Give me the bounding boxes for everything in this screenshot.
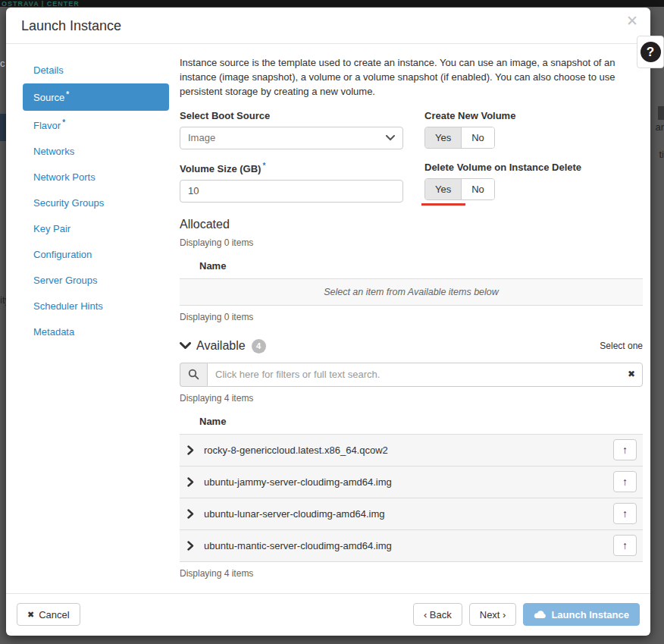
wizard-step-metadata[interactable]: Metadata [23, 319, 169, 344]
delete-volume-label: Delete Volume on Instance Delete [424, 162, 643, 173]
close-icon[interactable]: ✕ [626, 14, 638, 28]
wizard-step-configuration[interactable]: Configuration [23, 242, 169, 267]
delete-volume-toggle: Yes No [424, 178, 495, 200]
launch-instance-button[interactable]: Launch Instance [523, 603, 640, 626]
expand-chevron-icon[interactable] [187, 477, 194, 487]
volume-size-label: Volume Size (GB)* [180, 162, 403, 174]
image-name: ubuntu-lunar-server-cloudimg-amd64.img [204, 508, 384, 520]
background-fragment: ar [655, 121, 664, 133]
launch-instance-modal: Launch Instance ✕ ? Details Source* Flav… [6, 8, 650, 636]
image-name: ubuntu-mantic-server-cloudimg-amd64.img [204, 540, 392, 551]
allocated-count-top: Displaying 0 items [180, 237, 643, 248]
launch-instance-label: Launch Instance [551, 609, 629, 620]
cancel-x-icon: ✖ [27, 610, 34, 620]
available-list: rocky-8-genericcloud.latest.x86_64.qcow2… [180, 434, 643, 562]
available-count-bottom: Displaying 4 items [180, 568, 643, 579]
wizard-step-scheduler-hints[interactable]: Scheduler Hints [23, 294, 169, 319]
wizard-step-flavor[interactable]: Flavor* [23, 112, 169, 138]
wizard-step-network-ports[interactable]: Network Ports [23, 165, 169, 190]
wizard-step-networks[interactable]: Networks [23, 139, 169, 164]
wizard-step-source[interactable]: Source* [23, 83, 169, 110]
annotation-underline [421, 203, 465, 206]
allocate-up-button[interactable]: ↑ [613, 503, 637, 524]
create-volume-toggle: Yes No [424, 127, 495, 149]
required-mark: * [262, 162, 265, 170]
available-name-header: Name [180, 410, 643, 434]
boot-source-select[interactable]: Image [180, 127, 403, 149]
source-description: Instance source is the template used to … [180, 56, 643, 99]
background-top-bar: OSTRAVA | CENTER [0, 0, 664, 7]
search-button[interactable] [180, 363, 207, 387]
search-input[interactable] [207, 363, 643, 387]
collapse-chevron-icon[interactable] [180, 342, 191, 350]
image-row: rocky-8-genericcloud.latest.x86_64.qcow2… [180, 435, 643, 467]
volume-size-field: Volume Size (GB)* [180, 162, 403, 203]
chevron-down-icon [386, 135, 395, 141]
boot-source-label: Select Boot Source [180, 110, 403, 121]
background-fragment: c [0, 58, 5, 69]
allocate-up-button[interactable]: ↑ [613, 471, 637, 492]
create-volume-yes-button[interactable]: Yes [425, 127, 461, 148]
expand-chevron-icon[interactable] [187, 509, 194, 519]
background-band-left [0, 114, 6, 141]
image-row: ubuntu-jammy-server-cloudimg-amd64.img ↑ [180, 467, 643, 498]
select-one-hint: Select one [600, 341, 643, 351]
available-count-badge: 4 [252, 339, 266, 353]
image-name: ubuntu-jammy-server-cloudimg-amd64.img [204, 476, 392, 488]
expand-chevron-icon[interactable] [187, 445, 194, 455]
create-volume-no-button[interactable]: No [461, 127, 494, 148]
cancel-label: Cancel [39, 609, 69, 620]
background-fragment: OSTRAVA | CENTER [0, 0, 664, 7]
clear-search-icon[interactable]: ✖ [628, 369, 635, 379]
required-mark: * [62, 118, 65, 127]
expand-chevron-icon[interactable] [187, 541, 194, 551]
back-button[interactable]: ‹ Back [413, 603, 462, 626]
search-icon [188, 369, 199, 380]
wizard-nav: Details Source* Flavor* Networks Network… [23, 56, 169, 593]
modal-title: Launch Instance [21, 18, 635, 34]
modal-body: Details Source* Flavor* Networks Network… [6, 44, 650, 593]
delete-volume-yes-button[interactable]: Yes [425, 179, 461, 199]
available-heading: Available [196, 339, 246, 353]
cancel-button[interactable]: ✖ Cancel [17, 603, 80, 626]
available-header: Available 4 Select one [180, 339, 643, 353]
delete-volume-no-button[interactable]: No [461, 179, 494, 199]
boot-source-value: Image [188, 132, 215, 143]
next-button[interactable]: Next › [469, 603, 517, 626]
image-name: rocky-8-genericcloud.latest.x86_64.qcow2 [204, 445, 388, 456]
image-row: ubuntu-lunar-server-cloudimg-amd64.img ↑ [180, 498, 643, 530]
image-row: ubuntu-mantic-server-cloudimg-amd64.img … [180, 530, 643, 562]
background-band-right [658, 106, 664, 120]
create-volume-field: Create New Volume Yes No [424, 110, 643, 149]
allocated-empty-row: Select an item from Available items belo… [180, 278, 643, 306]
allocated-heading: Allocated [180, 218, 643, 231]
source-form: Select Boot Source Image Create New Volu… [180, 110, 643, 203]
allocate-up-button[interactable]: ↑ [613, 535, 637, 556]
source-panel: Instance source is the template used to … [180, 56, 643, 593]
background-fragment: ti [659, 149, 664, 160]
wizard-step-details[interactable]: Details [23, 56, 169, 83]
available-count-top: Displaying 4 items [180, 393, 643, 404]
wizard-step-key-pair[interactable]: Key Pair [23, 216, 169, 241]
allocated-count-bottom: Displaying 0 items [180, 312, 643, 322]
wizard-step-security-groups[interactable]: Security Groups [23, 190, 169, 215]
create-volume-label: Create New Volume [424, 110, 643, 121]
allocated-name-header: Name [180, 254, 643, 278]
help-button[interactable]: ? [637, 36, 664, 68]
volume-size-input[interactable] [180, 180, 403, 203]
modal-footer: ✖ Cancel ‹ Back Next › Launch Instance [6, 593, 650, 636]
delete-volume-field: Delete Volume on Instance Delete Yes No [424, 162, 643, 203]
cloud-icon [534, 610, 547, 619]
help-icon: ? [641, 42, 661, 62]
boot-source-field: Select Boot Source Image [180, 110, 403, 149]
allocate-up-button[interactable]: ↑ [613, 439, 637, 460]
search-bar: ✖ [180, 363, 643, 387]
modal-header: Launch Instance ✕ ? [6, 8, 650, 44]
required-mark: * [66, 90, 69, 99]
footer-actions: ‹ Back Next › Launch Instance [413, 603, 640, 626]
wizard-step-server-groups[interactable]: Server Groups [23, 268, 169, 293]
